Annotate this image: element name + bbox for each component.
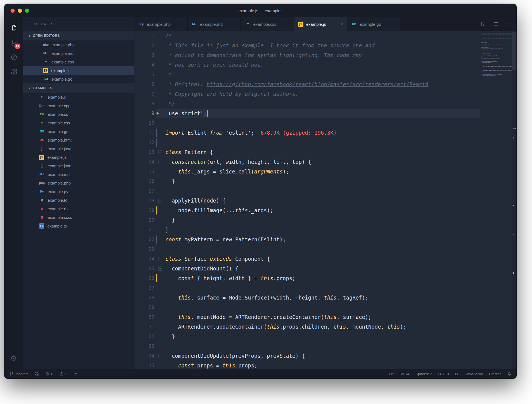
line-content[interactable]: * not work or even should not. (156, 60, 480, 70)
line-content[interactable]: −class Pattern { (156, 147, 480, 157)
line-content[interactable]: */ (156, 99, 480, 109)
file-item-example.js[interactable]: JSexample.js (23, 66, 134, 75)
status-cursor-position[interactable]: Ln 9, Col 14 (389, 372, 410, 376)
status-eol[interactable]: LF (455, 372, 459, 376)
file-item-example.json[interactable]: {}example.json (23, 162, 134, 170)
line-content[interactable]: −class Surface extends Component { (156, 254, 480, 264)
line-content[interactable]: ARTRenderer.updateContainer(this.props.c… (156, 322, 480, 332)
line-content[interactable]: const { height, width } = this.props; (156, 273, 480, 283)
line-content[interactable] (156, 341, 480, 351)
title-bar: example.js — examples (4, 4, 516, 17)
line-content[interactable]: * (156, 70, 480, 80)
line-content[interactable] (156, 283, 480, 293)
line-content[interactable] (156, 244, 480, 254)
status-git-branch[interactable]: master* (9, 372, 29, 376)
close-icon[interactable]: × (340, 22, 343, 27)
activity-extensions[interactable] (7, 64, 21, 79)
activity-debug[interactable] (7, 50, 21, 64)
overview-ruler[interactable] (512, 31, 516, 369)
line-content[interactable] (156, 118, 480, 128)
line-content[interactable]: } (156, 332, 480, 341)
line-content[interactable]: 'use strict'; (156, 109, 480, 118)
file-item-example.php[interactable]: phpexample.php (23, 40, 134, 49)
tab-example.go[interactable]: GOexample.go (347, 17, 400, 31)
fold-icon[interactable]: − (158, 199, 162, 203)
section-header-open-editors[interactable]: ▾OPEN EDITORS (23, 31, 134, 40)
file-item-example.ts[interactable]: TSexample.ts (23, 222, 134, 230)
line-content[interactable]: /* (156, 31, 480, 41)
fold-icon[interactable]: − (158, 160, 162, 164)
activity-source-control[interactable]: 12 (7, 35, 21, 50)
file-item-example.css[interactable]: ≡example.css (23, 119, 134, 127)
file-item-example.R[interactable]: Rexample.R (23, 196, 134, 204)
line-content[interactable]: * This file is just an example. I took i… (156, 41, 480, 50)
status-warnings[interactable]: 0 (59, 372, 68, 376)
minimize-window-button[interactable] (18, 9, 22, 13)
file-item-example.html[interactable]: <>example.html (23, 136, 134, 144)
status-sync[interactable] (35, 372, 39, 376)
fold-icon[interactable]: − (158, 354, 162, 358)
file-item-example.css[interactable]: ≡example.css (23, 58, 134, 66)
status-encoding[interactable]: UTF-8 (438, 372, 449, 376)
split-editor-button[interactable] (493, 21, 499, 27)
line-content[interactable]: const myPattern = new Pattern(Eslint); (156, 235, 480, 244)
file-item-example.rb[interactable]: ◆example.rb (23, 204, 134, 213)
line-number: 8 (134, 99, 154, 109)
line-content[interactable] (156, 138, 480, 147)
line-content[interactable]: } (156, 215, 480, 225)
file-item-example.java[interactable]: Jexample.java (23, 144, 134, 153)
fold-icon[interactable]: − (158, 257, 162, 261)
status-indentation[interactable]: Spaces: 2 (415, 372, 432, 376)
code-editor[interactable]: 1/*2 * This file is just an example. I t… (134, 31, 516, 369)
scrollbar-slider[interactable] (512, 32, 516, 70)
file-item-example.md[interactable]: M↓example.md (23, 170, 134, 179)
git-change-marker (156, 206, 157, 214)
line-content[interactable]: this._args = slice.call(arguments); (156, 167, 480, 177)
zoom-window-button[interactable] (25, 9, 29, 13)
activity-settings[interactable]: ⚙ (7, 351, 21, 366)
line-content[interactable]: import Eslint from 'eslint'; 678.9K (gzi… (156, 128, 480, 138)
minimap[interactable]: /* * This file is just an example. I too… (481, 32, 511, 369)
line-content[interactable]: * Copyright are held by original authors… (156, 89, 480, 99)
file-item-example.md[interactable]: M↓example.md (23, 49, 134, 58)
line-content[interactable] (156, 186, 480, 196)
section-header-examples[interactable]: ▾EXAMPLES (23, 83, 134, 93)
more-actions-button[interactable]: ··· (507, 21, 512, 27)
close-window-button[interactable] (11, 9, 15, 13)
file-item-example.py[interactable]: Pyexample.py (23, 187, 134, 196)
status-formatter[interactable]: Prettier (489, 372, 501, 376)
file-item-example.go[interactable]: GOexample.go (23, 127, 134, 136)
file-item-example.cs[interactable]: C#example.cs (23, 110, 134, 119)
file-item-example.js[interactable]: JSexample.js (23, 153, 134, 162)
line-content[interactable]: } (156, 225, 480, 235)
line-content[interactable]: * Original: https://github.com/facebook/… (156, 80, 480, 89)
line-content[interactable]: const props = this.props; (156, 361, 480, 369)
open-changes-button[interactable] (480, 21, 485, 27)
file-item-example.go[interactable]: GOexample.go (23, 75, 134, 83)
status-feedback[interactable] (74, 372, 78, 376)
fold-icon[interactable]: − (158, 150, 162, 154)
fold-icon[interactable]: − (158, 267, 162, 271)
tab-example.css[interactable]: ≡example.css (241, 17, 294, 31)
file-item-example.cpp[interactable]: C++example.cpp (23, 101, 134, 110)
status-errors[interactable]: 0 (45, 372, 53, 376)
file-item-example.c[interactable]: Cexample.c (23, 93, 134, 101)
line-content[interactable]: this._surface = Mode.Surface(+width, +he… (156, 293, 480, 303)
line-content[interactable]: } (156, 177, 480, 186)
line-content[interactable]: − constructor(url, width, height, left, … (156, 157, 480, 167)
file-item-example.php[interactable]: phpexample.php (23, 179, 134, 187)
line-content[interactable]: − componentDidMount() { (156, 264, 480, 273)
line-content[interactable]: node.fillImage(...this._args); (156, 206, 480, 215)
status-language-mode[interactable]: JavaScript (465, 372, 483, 376)
tab-example.md[interactable]: M↓example.md (188, 17, 241, 31)
tab-example.php[interactable]: phpexample.php (134, 17, 188, 31)
line-content[interactable]: * edited to demonstrate the syntax highl… (156, 50, 480, 60)
file-item-example.scss[interactable]: Sexample.scss (23, 213, 134, 222)
line-content[interactable]: − componentDidUpdate(prevProps, prevStat… (156, 351, 480, 361)
activity-explorer[interactable] (7, 21, 21, 35)
line-content[interactable]: − applyFill(node) { (156, 196, 480, 206)
tab-example.js[interactable]: JSexample.js× (294, 17, 347, 31)
line-content[interactable] (156, 303, 480, 312)
status-notifications[interactable] (507, 372, 511, 376)
line-content[interactable]: this._mountNode = ARTRenderer.createCont… (156, 312, 480, 322)
